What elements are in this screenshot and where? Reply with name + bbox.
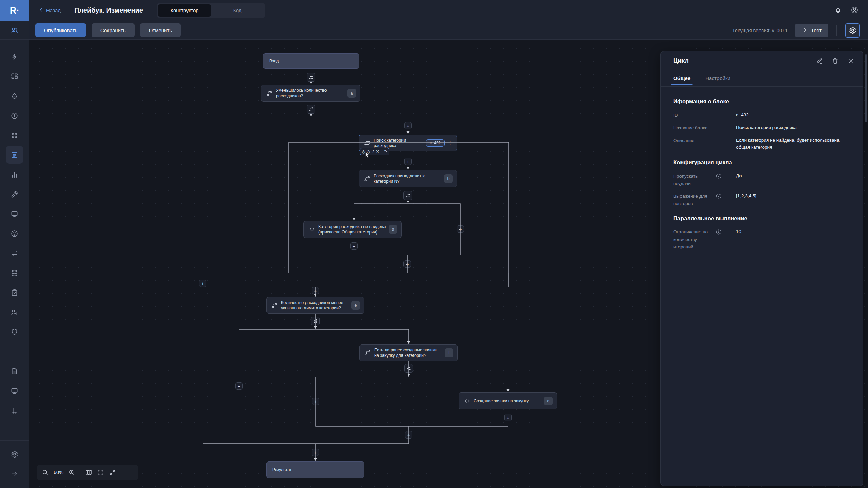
add-node-button[interactable]: +: [312, 398, 319, 405]
flow-node-e[interactable]: Количество расходников менее указанного …: [266, 297, 364, 314]
panel-tab-1[interactable]: Настройки: [705, 75, 730, 85]
save-button[interactable]: Сохранить: [92, 23, 135, 37]
sidebar-item-info[interactable]: [6, 107, 23, 124]
zap-icon: [11, 53, 18, 61]
sidebar-item-chart[interactable]: [6, 166, 23, 183]
add-node-button[interactable]: +: [350, 242, 358, 250]
sidebar-item-monitor[interactable]: [6, 205, 23, 223]
cancel-button[interactable]: Отменить: [140, 23, 181, 37]
add-node-button[interactable]: +: [404, 158, 412, 165]
fullscreen-icon[interactable]: [109, 469, 116, 476]
sidebar-item-target[interactable]: [6, 225, 23, 242]
sidebar-item-user-gear[interactable]: [6, 303, 23, 321]
sidebar-item-layout[interactable]: [6, 67, 23, 85]
wrench-icon[interactable]: ⚒: [376, 149, 379, 154]
info-circle-icon[interactable]: [716, 192, 736, 199]
delete-trash-icon[interactable]: [832, 57, 839, 64]
add-branch-connector[interactable]: [404, 364, 413, 373]
add-node-button[interactable]: +: [312, 287, 319, 294]
add-branch-connector[interactable]: [311, 317, 320, 325]
sidebar: [0, 21, 29, 488]
add-node-button[interactable]: +: [403, 260, 411, 268]
add-branch-connector[interactable]: [403, 191, 412, 200]
note-icon: [11, 151, 18, 159]
add-node-button[interactable]: +: [457, 225, 464, 233]
shield-icon: [11, 328, 18, 336]
sidebar-item-gear[interactable]: [6, 445, 23, 463]
settings-gear-button[interactable]: [845, 23, 860, 38]
add-node-button[interactable]: +: [312, 449, 319, 456]
minimap-icon[interactable]: [85, 469, 92, 476]
sidebar-item-note[interactable]: [6, 146, 23, 164]
branch-icon: [271, 302, 278, 309]
add-node-button[interactable]: +: [404, 122, 412, 129]
bell-icon[interactable]: [834, 6, 842, 15]
user-gear-icon: [11, 308, 18, 316]
edit-pencil-icon[interactable]: [816, 57, 823, 64]
equals-icon[interactable]: =: [380, 150, 382, 154]
sidebar-item-book[interactable]: [6, 402, 23, 419]
sidebar-item-circles[interactable]: [6, 126, 23, 144]
mode-tab-0[interactable]: Конструктор: [158, 4, 211, 17]
back-label: Назад: [46, 7, 61, 13]
sidebar-item-swap[interactable]: [6, 244, 23, 262]
redo-icon[interactable]: ↷: [384, 149, 387, 154]
sidebar-item-server[interactable]: [6, 343, 23, 360]
flow-node-result[interactable]: Результат: [266, 461, 364, 478]
panel-tab-0[interactable]: Общее: [673, 75, 690, 85]
test-button[interactable]: Тест: [795, 24, 828, 37]
flow-node-entry[interactable]: Вход: [263, 53, 359, 69]
add-branch-connector[interactable]: [307, 73, 315, 82]
sidebar-item-zap[interactable]: [6, 48, 23, 65]
info-icon: [11, 112, 18, 120]
add-node-button[interactable]: +: [235, 382, 243, 390]
avatar-icon[interactable]: [851, 6, 859, 15]
sidebar-item-shield[interactable]: [6, 323, 23, 341]
flow-node-f[interactable]: Есть ли ранее созданые заявки на закупку…: [359, 344, 458, 361]
add-node-button[interactable]: +: [504, 414, 512, 421]
node-label: Создание заявки на закупку: [474, 398, 544, 404]
sidebar-item-clipboard[interactable]: [6, 284, 23, 301]
add-node-button[interactable]: +: [199, 280, 206, 287]
kebab-menu-icon[interactable]: ⋮: [448, 140, 453, 146]
sidebar-item-users[interactable]: [6, 21, 23, 39]
node-label: Категория расходника не найдена (присвое…: [318, 224, 389, 235]
add-node-button[interactable]: +: [405, 431, 412, 439]
current-version: Текущая версия: v. 0.0.1: [732, 28, 788, 33]
node-letter-badge: d: [389, 225, 397, 234]
publish-button[interactable]: Опубликовать: [35, 23, 86, 37]
zoom-in-icon[interactable]: [68, 469, 75, 476]
scrollbar-thumb[interactable]: [865, 54, 867, 122]
sidebar-item-arrow-right[interactable]: [6, 465, 23, 483]
monitor-icon: [11, 387, 18, 395]
flow-node-b[interactable]: Расходник принадлежит к категории N?b: [359, 170, 457, 187]
close-icon[interactable]: [848, 57, 855, 64]
node-letter-badge: b: [444, 174, 453, 183]
sidebar-item-wrench[interactable]: [6, 185, 23, 203]
flow-node-g[interactable]: Создание заявки на закупкуg: [459, 392, 557, 409]
panel-section-title: Параллельное выплнение: [673, 215, 853, 222]
flow-node-d[interactable]: Категория расходника не найдена (присвое…: [303, 221, 402, 238]
file-icon: [11, 367, 18, 375]
info-circle-icon[interactable]: [716, 228, 736, 235]
node-label: Вход: [263, 58, 359, 64]
info-circle-icon[interactable]: [716, 172, 736, 179]
fit-view-icon[interactable]: [97, 469, 104, 476]
undo-icon[interactable]: ↺: [371, 149, 374, 154]
row-value: Если категория не найдена, будет использ…: [736, 137, 853, 151]
panel-section-title: Конфигурация цикла: [673, 159, 853, 166]
mode-tab-1[interactable]: Код: [211, 4, 264, 17]
flow-node-a[interactable]: Уменьшилось количество расходников?a: [261, 85, 360, 102]
zoom-out-icon[interactable]: [42, 469, 49, 476]
code-icon: [309, 226, 315, 233]
row-label: Ограничение по количеству итераций: [673, 228, 716, 250]
add-branch-connector[interactable]: [307, 105, 315, 114]
panel-row: IDc_432: [673, 111, 853, 119]
sidebar-item-flame[interactable]: [6, 87, 23, 105]
branch-icon: [364, 349, 371, 356]
sidebar-item-database[interactable]: [6, 264, 23, 282]
back-button[interactable]: Назад: [39, 7, 61, 14]
sidebar-item-file[interactable]: [6, 362, 23, 380]
sidebar-item-monitor[interactable]: [6, 382, 23, 400]
node-label: Результат: [267, 467, 364, 472]
